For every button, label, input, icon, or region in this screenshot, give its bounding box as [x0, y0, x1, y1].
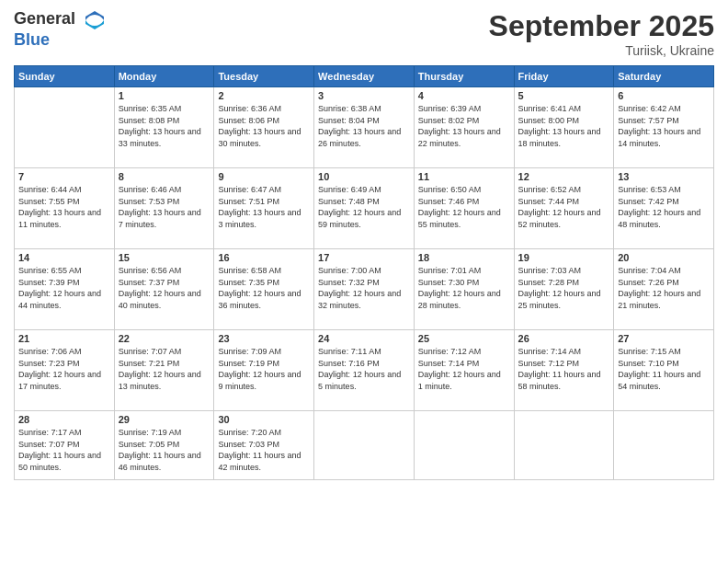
- sunrise: Sunrise: 7:14 AM: [518, 346, 610, 358]
- sunrise: Sunrise: 7:00 AM: [318, 265, 410, 277]
- day-number: 9: [218, 171, 310, 182]
- calendar-cell: 28Sunrise: 7:17 AMSunset: 7:07 PMDayligh…: [15, 411, 115, 480]
- sunrise: Sunrise: 7:20 AM: [218, 427, 310, 439]
- calendar: Sunday Monday Tuesday Wednesday Thursday…: [14, 65, 714, 480]
- daylight-line2: 40 minutes.: [119, 300, 210, 312]
- sunrise: Sunrise: 7:07 AM: [119, 346, 210, 358]
- calendar-cell: 6Sunrise: 6:42 AMSunset: 7:57 PMDaylight…: [614, 87, 714, 168]
- calendar-cell: 21Sunrise: 7:06 AMSunset: 7:23 PMDayligh…: [15, 330, 115, 411]
- daylight-line2: 9 minutes.: [218, 381, 310, 393]
- logo-general: General: [14, 9, 106, 31]
- daylight-line1: Daylight: 11 hours and: [18, 450, 110, 462]
- location-subtitle: Turiisk, Ukraine: [489, 43, 714, 58]
- day-number: 7: [18, 171, 110, 182]
- sunrise: Sunrise: 6:35 AM: [119, 103, 210, 115]
- calendar-week-0: 1Sunrise: 6:35 AMSunset: 8:08 PMDaylight…: [15, 87, 714, 168]
- sunset: Sunset: 7:16 PM: [318, 358, 410, 370]
- sunset: Sunset: 7:28 PM: [518, 277, 610, 289]
- logo-icon: [84, 9, 106, 31]
- sunset: Sunset: 8:08 PM: [119, 115, 210, 127]
- sunset: Sunset: 7:19 PM: [218, 358, 310, 370]
- daylight-line1: Daylight: 11 hours and: [119, 450, 210, 462]
- daylight-line1: Daylight: 12 hours and: [18, 369, 110, 381]
- daylight-line2: 28 minutes.: [418, 300, 510, 312]
- day-number: 21: [18, 333, 110, 344]
- sunrise: Sunrise: 6:55 AM: [18, 265, 110, 277]
- calendar-cell: 7Sunrise: 6:44 AMSunset: 7:55 PMDaylight…: [15, 168, 115, 249]
- daylight-line2: 33 minutes.: [119, 138, 210, 150]
- sunrise: Sunrise: 6:49 AM: [318, 184, 410, 196]
- day-number: 30: [218, 414, 310, 425]
- day-number: 18: [418, 252, 510, 263]
- calendar-cell: 10Sunrise: 6:49 AMSunset: 7:48 PMDayligh…: [314, 168, 415, 249]
- sunrise: Sunrise: 6:44 AM: [18, 184, 110, 196]
- sunset: Sunset: 7:53 PM: [119, 196, 210, 208]
- sunrise: Sunrise: 7:09 AM: [218, 346, 310, 358]
- logo-text: General Blue: [14, 9, 106, 50]
- daylight-line1: Daylight: 12 hours and: [119, 369, 210, 381]
- sunrise: Sunrise: 7:17 AM: [18, 427, 110, 439]
- sunset: Sunset: 7:10 PM: [618, 358, 710, 370]
- day-number: 16: [218, 252, 310, 263]
- sunrise: Sunrise: 7:19 AM: [119, 427, 210, 439]
- sunrise: Sunrise: 6:53 AM: [618, 184, 710, 196]
- calendar-cell: 25Sunrise: 7:12 AMSunset: 7:14 PMDayligh…: [414, 330, 514, 411]
- daylight-line1: Daylight: 12 hours and: [318, 207, 410, 219]
- calendar-cell: 24Sunrise: 7:11 AMSunset: 7:16 PMDayligh…: [314, 330, 415, 411]
- calendar-cell: 17Sunrise: 7:00 AMSunset: 7:32 PMDayligh…: [314, 249, 415, 330]
- sunset: Sunset: 7:37 PM: [119, 277, 210, 289]
- calendar-cell: [314, 411, 415, 480]
- sunrise: Sunrise: 6:39 AM: [418, 103, 510, 115]
- daylight-line1: Daylight: 13 hours and: [18, 207, 110, 219]
- calendar-cell: [614, 411, 714, 480]
- days-row: Sunday Monday Tuesday Wednesday Thursday…: [15, 66, 714, 87]
- calendar-cell: [15, 87, 115, 168]
- sunrise: Sunrise: 7:04 AM: [618, 265, 710, 277]
- daylight-line2: 48 minutes.: [618, 219, 710, 231]
- daylight-line2: 17 minutes.: [18, 381, 110, 393]
- sunset: Sunset: 7:55 PM: [18, 196, 110, 208]
- daylight-line2: 13 minutes.: [119, 381, 210, 393]
- sunrise: Sunrise: 6:47 AM: [218, 184, 310, 196]
- sunrise: Sunrise: 6:50 AM: [418, 184, 510, 196]
- sunset: Sunset: 7:57 PM: [618, 115, 710, 127]
- sunrise: Sunrise: 6:52 AM: [518, 184, 610, 196]
- calendar-cell: 1Sunrise: 6:35 AMSunset: 8:08 PMDaylight…: [114, 87, 214, 168]
- calendar-cell: 30Sunrise: 7:20 AMSunset: 7:03 PMDayligh…: [214, 411, 314, 480]
- calendar-cell: 22Sunrise: 7:07 AMSunset: 7:21 PMDayligh…: [114, 330, 214, 411]
- sunset: Sunset: 7:32 PM: [318, 277, 410, 289]
- daylight-line1: Daylight: 12 hours and: [318, 288, 410, 300]
- sunrise: Sunrise: 6:41 AM: [518, 103, 610, 115]
- sunrise: Sunrise: 6:38 AM: [318, 103, 410, 115]
- calendar-cell: 18Sunrise: 7:01 AMSunset: 7:30 PMDayligh…: [414, 249, 514, 330]
- daylight-line1: Daylight: 12 hours and: [418, 369, 510, 381]
- sunrise: Sunrise: 7:01 AM: [418, 265, 510, 277]
- daylight-line1: Daylight: 12 hours and: [518, 288, 610, 300]
- daylight-line2: 30 minutes.: [218, 138, 310, 150]
- sunset: Sunset: 7:46 PM: [418, 196, 510, 208]
- calendar-cell: 2Sunrise: 6:36 AMSunset: 8:06 PMDaylight…: [214, 87, 314, 168]
- header-friday: Friday: [514, 66, 614, 87]
- daylight-line1: Daylight: 13 hours and: [218, 126, 310, 138]
- calendar-cell: 4Sunrise: 6:39 AMSunset: 8:02 PMDaylight…: [414, 87, 514, 168]
- day-number: 12: [518, 171, 610, 182]
- daylight-line2: 32 minutes.: [318, 300, 410, 312]
- header: General Blue September 2025 Turiisk, Ukr…: [14, 9, 714, 58]
- calendar-cell: 14Sunrise: 6:55 AMSunset: 7:39 PMDayligh…: [15, 249, 115, 330]
- daylight-line2: 55 minutes.: [418, 219, 510, 231]
- sunrise: Sunrise: 7:03 AM: [518, 265, 610, 277]
- daylight-line1: Daylight: 13 hours and: [119, 126, 210, 138]
- calendar-cell: 13Sunrise: 6:53 AMSunset: 7:42 PMDayligh…: [614, 168, 714, 249]
- daylight-line2: 14 minutes.: [618, 138, 710, 150]
- calendar-cell: 27Sunrise: 7:15 AMSunset: 7:10 PMDayligh…: [614, 330, 714, 411]
- header-thursday: Thursday: [414, 66, 514, 87]
- day-number: 26: [518, 333, 610, 344]
- calendar-cell: 16Sunrise: 6:58 AMSunset: 7:35 PMDayligh…: [214, 249, 314, 330]
- daylight-line1: Daylight: 12 hours and: [618, 288, 710, 300]
- calendar-week-2: 14Sunrise: 6:55 AMSunset: 7:39 PMDayligh…: [15, 249, 714, 330]
- day-number: 5: [518, 90, 610, 101]
- daylight-line1: Daylight: 13 hours and: [518, 126, 610, 138]
- day-number: 15: [119, 252, 210, 263]
- daylight-line1: Daylight: 13 hours and: [119, 207, 210, 219]
- daylight-line1: Daylight: 12 hours and: [218, 369, 310, 381]
